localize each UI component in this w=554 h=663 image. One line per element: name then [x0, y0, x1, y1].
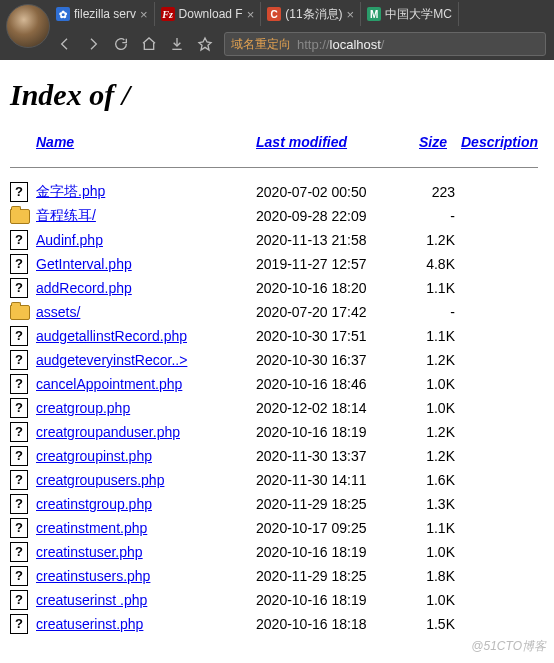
file-link[interactable]: GetInterval.php [36, 256, 132, 272]
close-tab-icon[interactable]: × [247, 7, 255, 22]
col-name-sort[interactable]: Name [36, 134, 74, 150]
watermark: @51CTO博客 [471, 638, 546, 646]
browser-tab[interactable]: C (11条消息) × [261, 2, 361, 26]
table-row: 音程练耳/2020-09-28 22:09- [10, 204, 544, 228]
modified-cell: 2020-10-16 18:18 [256, 612, 419, 636]
tab-label: 中国大学MC [385, 6, 452, 23]
browser-tab[interactable]: M 中国大学MC [361, 2, 459, 26]
file-link[interactable]: creatuserinst.php [36, 616, 143, 632]
folder-icon [10, 209, 30, 224]
file-link[interactable]: creatgroupanduser.php [36, 424, 180, 440]
close-tab-icon[interactable]: × [140, 7, 148, 22]
unknown-file-icon [10, 542, 28, 562]
table-row: Audinf.php2020-11-13 21:581.2K [10, 228, 544, 252]
close-tab-icon[interactable]: × [347, 7, 355, 22]
size-cell: 1.1K [419, 516, 461, 540]
modified-cell: 2020-09-28 22:09 [256, 204, 419, 228]
modified-cell: 2020-10-30 17:51 [256, 324, 419, 348]
baidu-favicon-icon: ✿ [56, 7, 70, 21]
file-link[interactable]: cancelAppointment.php [36, 376, 182, 392]
file-link[interactable]: creatinstment.php [36, 520, 147, 536]
unknown-file-icon [10, 470, 28, 490]
header-divider [10, 167, 538, 168]
size-cell: 1.1K [419, 276, 461, 300]
modified-cell: 2020-10-17 09:25 [256, 516, 419, 540]
file-link[interactable]: addRecord.php [36, 280, 132, 296]
tab-label: Download F [179, 7, 243, 21]
file-link[interactable]: creatinstgroup.php [36, 496, 152, 512]
file-link[interactable]: assets/ [36, 304, 80, 320]
browser-tab[interactable]: ✿ filezilla serv × [50, 2, 155, 26]
size-cell: 1.5K [419, 612, 461, 636]
modified-cell: 2020-10-16 18:19 [256, 420, 419, 444]
description-cell [461, 468, 544, 492]
reload-icon[interactable] [112, 35, 130, 53]
download-icon[interactable] [168, 35, 186, 53]
table-row: creatuserinst.php2020-10-16 18:181.5K [10, 612, 544, 636]
file-link[interactable]: audgeteveryinstRecor..> [36, 352, 187, 368]
address-bar[interactable]: 域名重定向 http://localhost/ [224, 32, 546, 56]
description-cell [461, 324, 544, 348]
file-link[interactable]: creatgroup.php [36, 400, 130, 416]
unknown-file-icon [10, 590, 28, 610]
back-icon[interactable] [56, 35, 74, 53]
tab-strip: ✿ filezilla serv × Fz Download F × C (11… [0, 0, 554, 28]
col-description-sort[interactable]: Description [461, 134, 538, 150]
modified-cell: 2020-11-29 18:25 [256, 492, 419, 516]
size-cell: 1.6K [419, 468, 461, 492]
modified-cell: 2020-10-30 16:37 [256, 348, 419, 372]
description-cell [461, 564, 544, 588]
unknown-file-icon [10, 350, 28, 370]
size-cell: - [419, 204, 461, 228]
unknown-file-icon [10, 518, 28, 538]
table-row: creatinstuser.php2020-10-16 18:191.0K [10, 540, 544, 564]
description-cell [461, 276, 544, 300]
file-link[interactable]: 音程练耳/ [36, 207, 96, 223]
size-cell: 1.2K [419, 228, 461, 252]
table-row: assets/2020-07-20 17:42- [10, 300, 544, 324]
profile-avatar[interactable] [6, 4, 50, 48]
col-size-sort[interactable]: Size [419, 134, 447, 150]
modified-cell: 2020-11-30 14:11 [256, 468, 419, 492]
table-row: creatgroupanduser.php2020-10-16 18:191.2… [10, 420, 544, 444]
file-link[interactable]: creatgroupinst.php [36, 448, 152, 464]
description-cell [461, 180, 544, 204]
unknown-file-icon [10, 326, 28, 346]
nav-toolbar: 域名重定向 http://localhost/ [0, 28, 554, 60]
unknown-file-icon [10, 398, 28, 418]
home-icon[interactable] [140, 35, 158, 53]
file-link[interactable]: creatuserinst .php [36, 592, 147, 608]
forward-icon[interactable] [84, 35, 102, 53]
description-cell [461, 228, 544, 252]
table-row: creatgroupusers.php2020-11-30 14:111.6K [10, 468, 544, 492]
file-link[interactable]: Audinf.php [36, 232, 103, 248]
size-cell: 4.8K [419, 252, 461, 276]
description-cell [461, 516, 544, 540]
table-row: creatinstusers.php2020-11-29 18:251.8K [10, 564, 544, 588]
bookmark-star-icon[interactable] [196, 35, 214, 53]
table-row: creatinstment.php2020-10-17 09:251.1K [10, 516, 544, 540]
directory-listing: Name Last modified Size Description 金字塔.… [10, 130, 544, 636]
unknown-file-icon [10, 614, 28, 634]
svg-marker-0 [199, 38, 211, 50]
description-cell [461, 420, 544, 444]
browser-tab[interactable]: Fz Download F × [155, 2, 262, 26]
size-cell: 1.0K [419, 396, 461, 420]
file-link[interactable]: creatinstusers.php [36, 568, 150, 584]
table-row: audgetallinstRecord.php2020-10-30 17:511… [10, 324, 544, 348]
tab-label: filezilla serv [74, 7, 136, 21]
file-link[interactable]: audgetallinstRecord.php [36, 328, 187, 344]
file-link[interactable]: creatgroupusers.php [36, 472, 164, 488]
modified-cell: 2020-12-02 18:14 [256, 396, 419, 420]
file-link[interactable]: 金字塔.php [36, 183, 105, 199]
size-cell: 1.0K [419, 372, 461, 396]
unknown-file-icon [10, 446, 28, 466]
filezilla-favicon-icon: Fz [161, 7, 175, 21]
file-link[interactable]: creatinstuser.php [36, 544, 143, 560]
col-modified-sort[interactable]: Last modified [256, 134, 347, 150]
tab-label: (11条消息) [285, 6, 342, 23]
modified-cell: 2019-11-27 12:57 [256, 252, 419, 276]
description-cell [461, 588, 544, 612]
unknown-file-icon [10, 182, 28, 202]
browser-chrome: ✿ filezilla serv × Fz Download F × C (11… [0, 0, 554, 60]
